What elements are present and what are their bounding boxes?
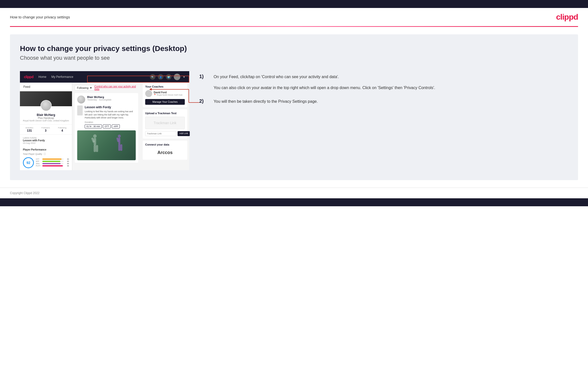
instruction-2: 2) You will then be taken directly to th…: [199, 98, 568, 105]
stat-followers-label: Followers: [41, 127, 50, 129]
coach-club: 📍 Royal North Devon Golf Club: [154, 94, 182, 96]
following-label: Following: [77, 86, 88, 89]
step1-number: 1): [199, 74, 204, 79]
instruction-1: 1) On your Feed, click/tap on 'Control w…: [199, 74, 568, 91]
top-bar: [0, 0, 588, 8]
app-body: Feed Blair McHarg Plus Handicap Royal No…: [20, 83, 189, 170]
main-content: How to change your privacy settings (Des…: [10, 34, 578, 180]
post-text-content: Lesson with Fordy Looking to feel like m…: [85, 105, 136, 130]
app-main: Following ▼ Control who can see your act…: [72, 83, 141, 170]
stat-activities: Activities 131: [25, 127, 33, 132]
bar-app: APP 85: [36, 160, 69, 162]
profile-club: Royal North Devon Golf Club, United King…: [22, 119, 69, 122]
stat-following-value: 4: [58, 129, 66, 132]
post-header: Blair McHarg Yesterday · Sunningdale: [77, 96, 136, 104]
score-circle: 92: [23, 157, 34, 168]
step2-number: 2): [199, 98, 204, 104]
trackman-card: Upload a Trackman Test Trackman Link Add…: [143, 109, 187, 139]
header-divider: [10, 26, 578, 27]
bottom-bar: [0, 198, 588, 206]
post-tag-app: APP: [112, 124, 120, 128]
post-tag-ott: OTT: [103, 124, 111, 128]
svg-rect-3: [94, 145, 96, 152]
step1-text-2: You can also click on your avatar in the…: [214, 85, 435, 91]
app-body-wrapper: Feed Blair McHarg Plus Handicap Royal No…: [20, 83, 189, 170]
stat-following: Following 4: [58, 127, 66, 132]
breadcrumb: How to change your privacy settings: [10, 15, 70, 19]
bar-arg: ARG 86: [36, 163, 69, 164]
feed-tab[interactable]: Feed: [20, 83, 72, 91]
search-icon[interactable]: 🔍: [150, 74, 155, 80]
player-performance: Player Performance Total Player Quality …: [20, 146, 72, 170]
add-link-button[interactable]: Add Link: [178, 131, 190, 136]
chevron-down-icon: ▼: [89, 86, 92, 89]
following-button[interactable]: Following ▼: [75, 85, 94, 91]
post-user-meta: Yesterday · Sunningdale: [87, 99, 111, 101]
post-image-overlay: [77, 130, 136, 160]
stat-followers-value: 3: [41, 129, 50, 132]
post-card: Blair McHarg Yesterday · Sunningdale Les…: [75, 93, 138, 163]
perf-content: 92 OTT 90 APP: [23, 157, 69, 168]
post-content: Lesson with Fordy Looking to feel like m…: [77, 105, 136, 130]
connect-data-title: Connect your data: [145, 143, 185, 146]
coaches-card-title: Your Coaches: [145, 85, 185, 88]
post-avatar-image: [77, 96, 85, 104]
svg-rect-4: [96, 145, 98, 152]
coach-avatar: [145, 90, 152, 97]
profile-handicap: Plus Handicap: [22, 117, 69, 119]
app-nav-logo: clippd: [24, 75, 33, 79]
user-icon[interactable]: 👤: [158, 74, 163, 80]
stat-followers: Followers 3: [41, 127, 50, 132]
post-duration-label: Duration: [85, 121, 136, 123]
coach-name: David Ford: [154, 91, 182, 94]
control-privacy-link[interactable]: Control who can see your activity and da…: [94, 85, 138, 91]
svg-rect-9: [120, 144, 122, 151]
app-nav-right: 🔍 👤 🌍 ▼: [150, 74, 185, 80]
bar-putt: PUTT 96: [36, 165, 69, 167]
profile-header: [20, 91, 72, 106]
trackman-title: Upload a Trackman Test: [145, 112, 185, 115]
post-tags: 01 hr : 30 min OTT APP: [85, 124, 136, 128]
profile-name: Blair McHarg: [22, 113, 69, 117]
clippd-logo: clippd: [556, 12, 578, 22]
player-performance-title: Player Performance: [23, 148, 69, 151]
nav-avatar[interactable]: [174, 74, 180, 80]
golfer-silhouette-1: [89, 134, 101, 157]
latest-activity-label: Latest Activity: [23, 137, 69, 139]
trackman-input-row: Add Link: [145, 131, 185, 136]
coaches-card: Your Coaches David Ford 📍 Royal North De…: [143, 83, 187, 107]
step1-text-1: On your Feed, click/tap on 'Control who …: [214, 74, 435, 80]
post-user-avatar: [77, 96, 85, 104]
post-image: [77, 130, 136, 160]
step2-text: You will then be taken directly to the P…: [214, 98, 318, 105]
svg-point-5: [118, 135, 121, 138]
app-nav: clippd Home My Performance 🔍 👤 🌍 ▼: [20, 71, 189, 83]
instructions: 1) On your Feed, click/tap on 'Control w…: [199, 71, 568, 115]
nav-chevron-icon[interactable]: ▼: [183, 76, 185, 78]
location-icon[interactable]: 🌍: [166, 74, 171, 80]
profile-avatar: [40, 100, 52, 111]
post-description: Looking to feel like my hands are exitin…: [85, 110, 136, 119]
stat-activities-value: 131: [25, 129, 33, 132]
post-user-info: Blair McHarg Yesterday · Sunningdale: [87, 96, 111, 101]
footer: Copyright Clippd 2022: [0, 188, 588, 198]
total-player-quality-label: Total Player Quality ⓘ: [23, 153, 69, 156]
page-heading: How to change your privacy settings (Des…: [20, 44, 568, 53]
app-sidebar: Feed Blair McHarg Plus Handicap Royal No…: [20, 83, 72, 170]
golfer-silhouette-2: [114, 134, 124, 157]
post-tag-duration: 01 hr : 30 min: [85, 124, 102, 128]
app-nav-home[interactable]: Home: [38, 75, 46, 79]
app-right-sidebar: Your Coaches David Ford 📍 Royal North De…: [141, 83, 189, 170]
svg-point-0: [93, 134, 97, 138]
trackman-input[interactable]: [145, 131, 177, 136]
feed-header: Following ▼ Control who can see your act…: [75, 85, 138, 91]
stat-activities-label: Activities: [25, 127, 33, 129]
post-user-name: Blair McHarg: [87, 96, 111, 99]
app-nav-performance[interactable]: My Performance: [51, 75, 73, 79]
manage-coaches-button[interactable]: Manage Your Coaches: [145, 99, 185, 105]
coach-item: David Ford 📍 Royal North Devon Golf Club: [145, 90, 185, 97]
avatar-image: [41, 101, 51, 111]
header: How to change your privacy settings clip…: [0, 8, 588, 26]
perf-bars: OTT 90 APP 85: [36, 158, 69, 167]
copyright-text: Copyright Clippd 2022: [10, 191, 40, 195]
